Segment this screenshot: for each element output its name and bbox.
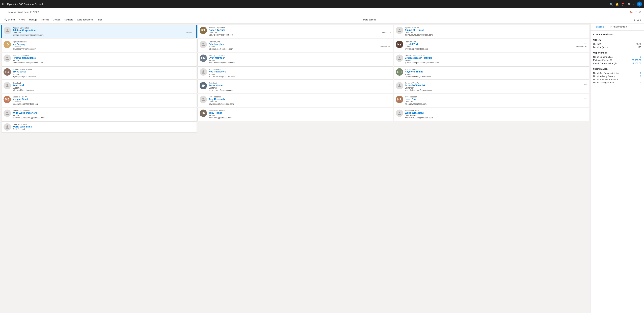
contact-name[interactable]: Alpine Ski House <box>405 29 587 31</box>
contact-name[interactable]: Ian Deberry <box>12 43 194 46</box>
bell-icon[interactable]: 🔔 <box>616 2 619 6</box>
contact-name[interactable]: Meagan Bond <box>12 98 194 100</box>
stats-row-value[interactable]: 17,100.00 <box>632 62 641 64</box>
contact-name[interactable]: Robert Townes <box>209 29 390 31</box>
contact-card[interactable]: MBSchool of Fine ArtMeagan BondCustomerm… <box>1 94 197 107</box>
contact-menu-button[interactable]: … <box>191 109 195 114</box>
contact-menu-button[interactable]: … <box>583 96 588 100</box>
contact-card[interactable]: BJGraphic Design InstituteBryce JassoVen… <box>1 66 197 80</box>
flag-icon[interactable]: 🚩 <box>622 2 625 6</box>
contact-menu-button[interactable]: … <box>191 40 195 44</box>
expand-icon[interactable]: ⬡ <box>635 10 637 14</box>
contact-menu-button[interactable]: … <box>387 68 392 72</box>
collapse-icon[interactable]: ✕ <box>639 10 641 14</box>
contact-name[interactable]: World Wide Bank <box>12 125 194 128</box>
contact-name[interactable]: Graphic Design Institute <box>405 56 587 59</box>
contact-card[interactable]: Trey ResearchTrey ResearchCustomertrey.r… <box>198 94 393 107</box>
stats-row-value[interactable]: 22,000.00 <box>632 59 641 62</box>
contact-card[interactable]: TRWide World ImportersToby RhodeVendorto… <box>198 108 393 121</box>
contact-menu-button[interactable]: … <box>583 82 588 86</box>
contact-name[interactable]: Krystal York <box>405 43 587 46</box>
filter-icon[interactable]: ⊿ <box>633 18 636 21</box>
stats-row-value[interactable]: 1 <box>640 78 641 81</box>
process-button[interactable]: Process <box>39 18 50 22</box>
contact-card[interactable]: World Wide BankWorld Wide BankBank Accou… <box>1 122 197 132</box>
contact-menu-button[interactable]: … <box>387 82 392 86</box>
contact-name[interactable]: Relecloud <box>12 84 194 87</box>
contact-card[interactable]: Alpine Ski HouseAlpine Ski HouseCustomer… <box>394 25 589 38</box>
contact-menu-button[interactable]: … <box>191 82 195 86</box>
contact-menu-button[interactable]: … <box>387 96 392 100</box>
contact-card[interactable]: IDAlpine Ski HouseIan DeberryCustomerian… <box>1 39 197 52</box>
contact-name[interactable]: Evan McIntosh <box>209 56 390 59</box>
navigate-button[interactable]: Navigate <box>63 18 75 22</box>
contact-name[interactable]: Bryce Jasso <box>12 70 194 73</box>
contact-card[interactable]: KYFabrikam, Inc.Krystal YorkVendor425555… <box>394 39 589 52</box>
contact-card[interactable]: EMFirst Up ConsultantsEvan McIntoshVendo… <box>198 53 393 66</box>
search-icon[interactable]: 🔍 <box>610 2 613 6</box>
contact-card[interactable]: World Wide BankWorld Wide BankBank Accou… <box>394 108 589 121</box>
contact-name[interactable]: Adatum Corporation <box>13 29 194 32</box>
stats-row-value[interactable]: 0 <box>640 72 641 74</box>
user-avatar[interactable]: IK <box>637 2 642 6</box>
contact-button[interactable]: Contact <box>51 18 62 22</box>
stats-row-value[interactable]: 3 <box>640 56 641 58</box>
contact-phone: 4255550101 <box>576 46 587 48</box>
more-options-button[interactable]: More options <box>362 18 378 22</box>
contact-menu-button[interactable]: … <box>583 68 588 72</box>
stats-row-value[interactable]: 0 <box>640 75 641 78</box>
contact-menu-button[interactable]: … <box>583 40 588 44</box>
contact-email: adatum.corporation@contoso.com <box>13 34 194 36</box>
contact-card[interactable]: School of Fine ArtSchool of Fine ArtCust… <box>394 80 589 93</box>
stats-row-value[interactable]: 0 <box>640 81 641 84</box>
contact-card[interactable]: Adatum CorporationAdatum CorporationCust… <box>1 25 197 38</box>
contact-name[interactable]: Fabrikam, Inc. <box>209 43 390 46</box>
contact-card[interactable]: RHNod PublishersRaymond HillardVendorray… <box>394 66 589 80</box>
page-button[interactable]: Page <box>95 18 104 22</box>
manage-button[interactable]: Manage <box>27 18 38 22</box>
help-icon[interactable]: ? <box>633 2 634 6</box>
contact-card[interactable]: JHRelecloudJesse HomerCustomerjesse.home… <box>198 80 393 93</box>
contact-menu-button[interactable]: … <box>583 26 588 30</box>
new-button[interactable]: + New <box>17 18 27 22</box>
contact-name[interactable]: Toby Rhode <box>209 112 390 114</box>
grid-view-icon[interactable]: ⊞ <box>637 18 639 21</box>
contact-name[interactable]: Trey Research <box>209 98 390 100</box>
info-icon[interactable]: ℹ <box>640 18 641 21</box>
contact-name[interactable]: First Up Consultants <box>12 56 194 59</box>
contact-name[interactable]: World Wide Bank <box>405 112 587 114</box>
contact-menu-button[interactable]: … <box>583 54 588 58</box>
contact-card[interactable]: Fabrikam, Inc.Fabrikam, Inc.Vendor425555… <box>198 39 393 52</box>
contact-menu-button[interactable]: … <box>387 40 392 44</box>
contact-menu-button[interactable]: … <box>191 54 195 58</box>
contact-name[interactable]: Raymond Hillard <box>405 70 587 73</box>
grid-menu-icon[interactable]: ⊞ <box>2 2 4 6</box>
back-button[interactable]: ← <box>3 10 6 14</box>
contact-menu-button[interactable]: … <box>191 123 195 127</box>
search-button[interactable]: 🔍 Search <box>3 18 16 22</box>
contact-menu-button[interactable]: … <box>191 26 195 31</box>
contact-menu-button[interactable]: … <box>191 68 195 72</box>
contact-menu-button[interactable]: … <box>387 109 392 114</box>
contact-name[interactable]: Jesse Homer <box>209 84 390 87</box>
contact-name[interactable]: Helen Ray <box>405 98 587 100</box>
tab-attachments[interactable]: 📎 Attachments (0) <box>607 24 631 30</box>
contact-card[interactable]: RTAdatum CorporationRobert TownesCustome… <box>198 25 393 38</box>
contact-name[interactable]: Nod Publishers <box>209 70 390 73</box>
contact-menu-button[interactable]: … <box>387 54 392 58</box>
contact-menu-button[interactable]: … <box>191 96 195 100</box>
contact-menu-button[interactable]: … <box>583 109 588 114</box>
contact-card[interactable]: First Up ConsultantsFirst Up Consultants… <box>1 53 197 66</box>
tab-details[interactable]: ℹ Details <box>593 24 607 30</box>
contact-menu-button[interactable]: … <box>387 26 392 30</box>
contact-name[interactable]: School of Fine Art <box>405 84 587 87</box>
contact-card[interactable]: HRTrey ResearchHelen RayCustomerhelen.ra… <box>394 94 589 107</box>
word-templates-button[interactable]: Word Templates <box>76 18 94 22</box>
contact-card[interactable]: RelecloudRelecloudCustomerrelecloud@cont… <box>1 80 197 93</box>
contact-name[interactable]: Wide World Importers <box>12 112 194 114</box>
contact-card[interactable]: Nod PublishersNod PublishersVendornod.pu… <box>198 66 393 80</box>
contact-card[interactable]: Wide World ImportersWide World Importers… <box>1 108 197 121</box>
bookmark-icon[interactable]: 🔖 <box>630 10 633 14</box>
settings-icon[interactable]: ⚙ <box>628 2 630 6</box>
contact-card[interactable]: Graphic Design InstituteGraphic Design I… <box>394 53 589 66</box>
